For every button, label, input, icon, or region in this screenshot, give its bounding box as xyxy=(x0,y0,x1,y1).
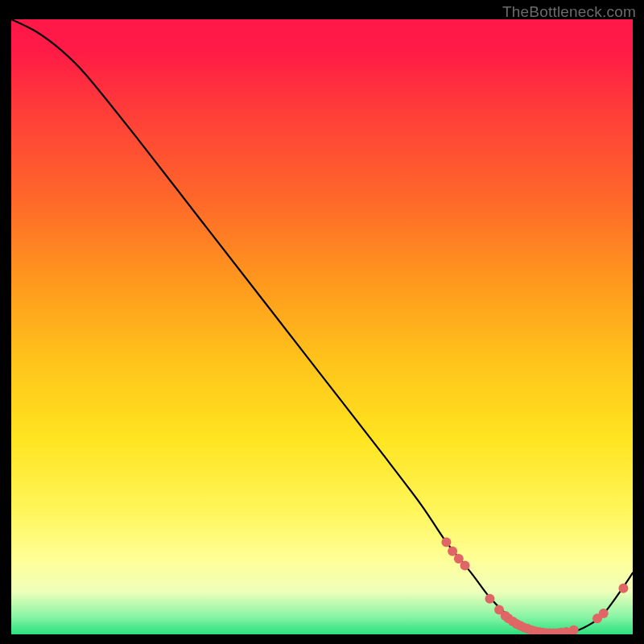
marker-dot xyxy=(448,547,457,556)
marker-dot xyxy=(569,625,579,634)
chart-frame: TheBottleneck.com xyxy=(0,0,644,644)
marker-dot xyxy=(460,560,470,570)
marker-dot xyxy=(441,537,451,547)
plot-area xyxy=(11,19,633,634)
highlight-dots xyxy=(441,537,628,634)
marker-dot xyxy=(485,594,494,604)
marker-dot xyxy=(599,609,609,618)
marker-dot xyxy=(618,584,628,593)
chart-svg xyxy=(11,19,633,634)
watermark-text: TheBottleneck.com xyxy=(502,3,636,21)
curve-line xyxy=(11,19,633,634)
